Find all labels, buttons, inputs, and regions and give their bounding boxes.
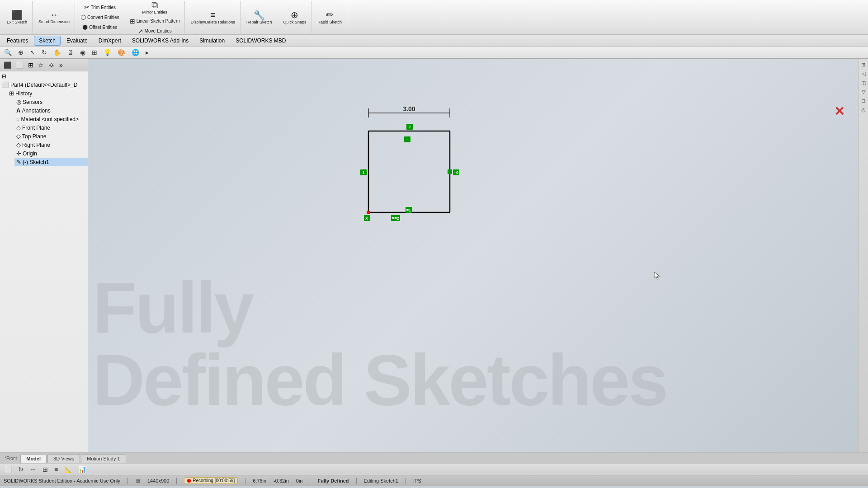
front-plane-label: Front Plane (22, 125, 50, 131)
bottom-area: *Front Model 3D Views Motion Study 1 ⬜ ↻… (0, 452, 868, 475)
tree-item-part4[interactable]: ⬜ Part4 (Default<<Default>_D (0, 80, 88, 89)
history-icon: ⊞ (9, 90, 14, 97)
smart-dimension-button[interactable]: ↔ Smart Dimension (36, 9, 72, 25)
menu-dimxpert[interactable]: DimXpert (94, 36, 126, 46)
tree-item-sketch1[interactable]: ✎ (-) Sketch1 (14, 158, 88, 166)
zoom-in-icon[interactable]: ⊕ (16, 47, 26, 57)
pan-icon[interactable]: ✋ (51, 47, 63, 57)
menu-simulation[interactable]: Simulation (194, 36, 230, 46)
smart-dim-label: Smart Dimension (38, 19, 70, 24)
tree-item-annotations[interactable]: A Annotations (14, 106, 88, 115)
status-sep-5 (356, 478, 357, 484)
status-x: 6.76in (253, 478, 266, 483)
menu-mbd[interactable]: SOLIDWORKS MBD (231, 36, 291, 46)
exit-sketch-label: Exit Sketch (7, 20, 27, 24)
canvas[interactable]: Fully Defined Sketches 3.00 2 (88, 59, 858, 452)
convert-label: Convert Entities (87, 15, 119, 20)
linear-label: Linear Sketch Pattern (137, 19, 180, 23)
more-icon[interactable]: ▸ (143, 47, 151, 57)
tree-item-history[interactable]: ⊞ History (7, 89, 88, 98)
rotate-icon[interactable]: ↻ (39, 47, 49, 57)
sketch-tool-7[interactable]: 📊 (76, 465, 88, 474)
sketch-tool-5[interactable]: ≡ (52, 465, 60, 474)
ribbon-group-mirror: ⧉ Mirror Entities ⊞ Linear Sketch Patter… (125, 1, 185, 33)
menu-sketch[interactable]: Sketch (34, 36, 61, 46)
display-delete-relations-button[interactable]: ≡ Display/Delete Relations (189, 9, 237, 26)
sidebar-icon-3[interactable]: ⊞ (26, 61, 35, 70)
tree-item-front-plane[interactable]: ◇ Front Plane (14, 123, 88, 132)
annotations-icon: A (16, 107, 20, 114)
status-units: IPS (413, 478, 421, 483)
sidebar-icon-5[interactable]: ⛭ (47, 61, 57, 70)
menu-addins[interactable]: SOLIDWORKS Add-Ins (127, 36, 193, 46)
display-icon[interactable]: ◉ (78, 47, 88, 57)
sidebar: ⬛ ⬜ ⊞ ☆ ⛭ » ⊟ ⬜ Part4 (Default<<Default>… (0, 59, 88, 452)
quick-snaps-button[interactable]: ⊕ Quick Snaps (281, 9, 308, 26)
sketch-canvas[interactable]: 3.00 2 = =0 1 (359, 104, 495, 249)
scene-icon[interactable]: 🌐 (129, 47, 142, 57)
tab-motion-study[interactable]: Motion Study 1 (81, 454, 126, 463)
move-label: Move Entities (145, 28, 172, 33)
sidebar-more-icon[interactable]: » (57, 61, 65, 70)
tab-model[interactable]: Model (20, 454, 47, 463)
trim-label: Trim Entities (91, 5, 116, 10)
convert-icon: ⬡ (80, 14, 86, 21)
mirror-entities-button[interactable]: ⧉ Mirror Entities (140, 0, 170, 16)
rapid-sketch-icon: ✏ (326, 10, 334, 19)
recording-label: Recording [00:00:59] (193, 478, 235, 483)
tree-filter-row: ⊟ (0, 72, 88, 80)
sketch-tool-3[interactable]: ↔ (28, 465, 38, 474)
tree-item-material[interactable]: ≡ Material <not specified> (14, 115, 88, 123)
watermark-line2: Defined Sketches (88, 344, 858, 416)
statusbar: SOLIDWORKS Student Edition - Academic Us… (0, 475, 868, 486)
linear-sketch-pattern-button[interactable]: ⊞ Linear Sketch Pattern (128, 17, 182, 26)
menu-evaluate[interactable]: Evaluate (61, 36, 93, 46)
menu-features[interactable]: Features (2, 36, 33, 46)
convert-entities-button[interactable]: ⬡ Convert Entities (79, 13, 121, 22)
sketch-tool-6[interactable]: 📐 (62, 465, 74, 474)
sidebar-icon-2[interactable]: ⬜ (14, 61, 25, 70)
move-entities-button[interactable]: ↗ Move Entities (136, 27, 174, 36)
exit-sketch-button[interactable]: ⬛ Exit Sketch (5, 9, 29, 26)
close-button[interactable]: ✕ (834, 104, 844, 119)
rapid-sketch-button[interactable]: ✏ Rapid Sketch (315, 9, 344, 26)
lighting-icon[interactable]: 💡 (101, 47, 113, 57)
tree-item-top-plane[interactable]: ◇ Top Plane (14, 132, 88, 141)
right-plane-label: Right Plane (22, 142, 50, 148)
top-plane-icon: ◇ (16, 133, 21, 140)
tree-item-origin[interactable]: ✛ Origin (14, 149, 88, 158)
ribbon-group-smart-dim: ↔ Smart Dimension (33, 1, 75, 33)
sidebar-icon-4[interactable]: ☆ (36, 61, 46, 70)
exit-sketch-icon: ⬛ (11, 10, 23, 19)
sketch-tool-4[interactable]: ⊞ (40, 465, 50, 474)
trim-entities-button[interactable]: ✂ Trim Entities (82, 3, 118, 12)
sketch1-label: (-) Sketch1 (23, 159, 49, 165)
rapid-sketch-label: Rapid Sketch (317, 20, 342, 24)
tree-item-sensors[interactable]: ◎ Sensors (14, 98, 88, 106)
repair-label: Repair Sketch (246, 20, 272, 24)
view-icon[interactable]: 🖥 (65, 47, 76, 57)
status-recording: Recording [00:00:59] (184, 477, 238, 484)
sketch-tool-2[interactable]: ↻ (16, 465, 26, 474)
sketch-tool-1[interactable]: ⬜ (2, 465, 14, 474)
repair-sketch-button[interactable]: 🔧 Repair Sketch (244, 9, 274, 26)
select-icon[interactable]: ↖ (28, 47, 38, 57)
section-icon[interactable]: ⊞ (90, 47, 99, 57)
part-label: Part4 (Default<<Default>_D (10, 82, 77, 88)
zoom-fit-icon[interactable]: 🔍 (2, 47, 14, 57)
filter-icon: ⊟ (2, 73, 6, 80)
svg-text:X: X (365, 216, 368, 221)
offset-entities-button[interactable]: ⬢ Offset Entities (80, 23, 119, 32)
entities-mid-row: ⬡ Convert Entities (79, 13, 121, 22)
record-dot (187, 479, 191, 483)
svg-text:=1: =1 (406, 208, 411, 212)
file-tree: ⊟ ⬜ Part4 (Default<<Default>_D ⊞ History… (0, 71, 88, 452)
tree-item-right-plane[interactable]: ◇ Right Plane (14, 141, 88, 149)
status-resolution: 1440x900 (147, 478, 169, 483)
status-monitor-icon: 🖥 (135, 478, 140, 483)
appearance-icon[interactable]: 🎨 (115, 47, 127, 57)
origin-label: Origin (23, 150, 37, 157)
smart-dim-icon: ↔ (50, 11, 58, 19)
tab-3d-views[interactable]: 3D Views (47, 454, 80, 463)
sidebar-icon-1[interactable]: ⬛ (2, 61, 13, 70)
